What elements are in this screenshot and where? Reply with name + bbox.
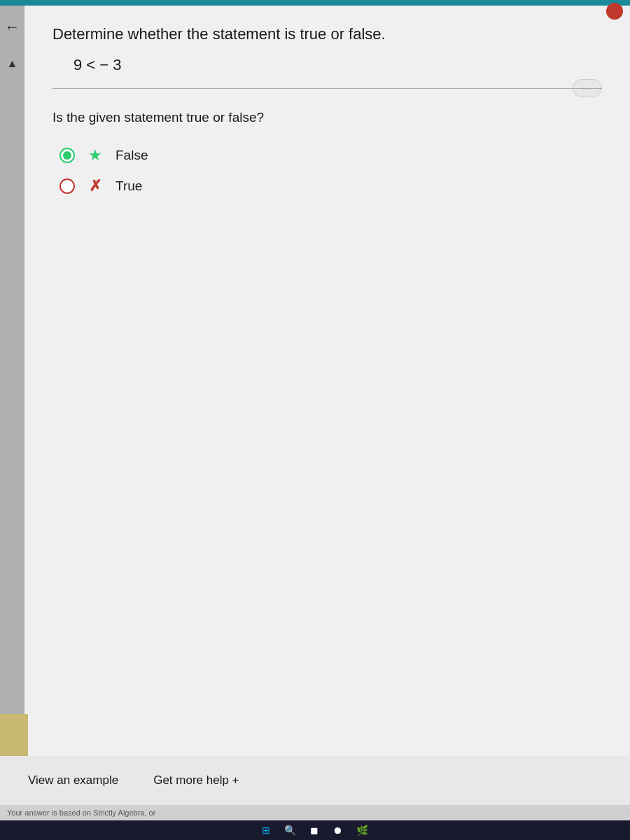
footer-label: Your answer is based on Strictly Algebra… [7, 808, 155, 817]
answer-options: ★ False ✗ True [59, 145, 602, 197]
star-correct-icon: ★ [85, 145, 106, 166]
taskbar-app-icon[interactable]: 🌿 [356, 825, 368, 836]
left-sidebar: ← ▲ ▼ [0, 6, 24, 756]
question-label: Is the given statement true or false? [52, 110, 602, 125]
question-title: Determine whether the statement is true … [52, 25, 602, 43]
get-more-help-link[interactable]: Get more help + [153, 774, 239, 788]
close-icon[interactable] [606, 3, 623, 20]
divider [52, 88, 602, 89]
option-false-label: False [115, 148, 148, 163]
bottom-bar: View an example Get more help + [0, 756, 630, 805]
option-true[interactable]: ✗ True [59, 176, 602, 197]
taskbar-record-icon[interactable]: ⏺ [332, 825, 342, 836]
up-arrow-icon[interactable]: ▲ [7, 57, 18, 70]
option-false[interactable]: ★ False [59, 145, 602, 166]
back-arrow-icon[interactable]: ← [5, 18, 20, 36]
option-true-label: True [115, 178, 142, 194]
top-bar [0, 0, 630, 6]
windows-start-icon[interactable]: ⊞ [262, 825, 270, 836]
radio-true-selected[interactable] [59, 178, 75, 194]
footer-text: Your answer is based on Strictly Algebra… [0, 805, 630, 820]
taskbar-square-icon[interactable]: ◼ [310, 825, 318, 836]
main-content: Determine whether the statement is true … [24, 6, 630, 756]
taskbar: ⊞ 🔍 ◼ ⏺ 🌿 [0, 820, 630, 840]
view-example-link[interactable]: View an example [28, 774, 118, 788]
math-statement: 9 < − 3 [74, 56, 602, 74]
radio-false-selected[interactable] [59, 148, 75, 163]
yellow-strip [0, 714, 28, 756]
x-incorrect-icon: ✗ [85, 176, 106, 197]
search-taskbar-icon[interactable]: 🔍 [284, 825, 296, 836]
